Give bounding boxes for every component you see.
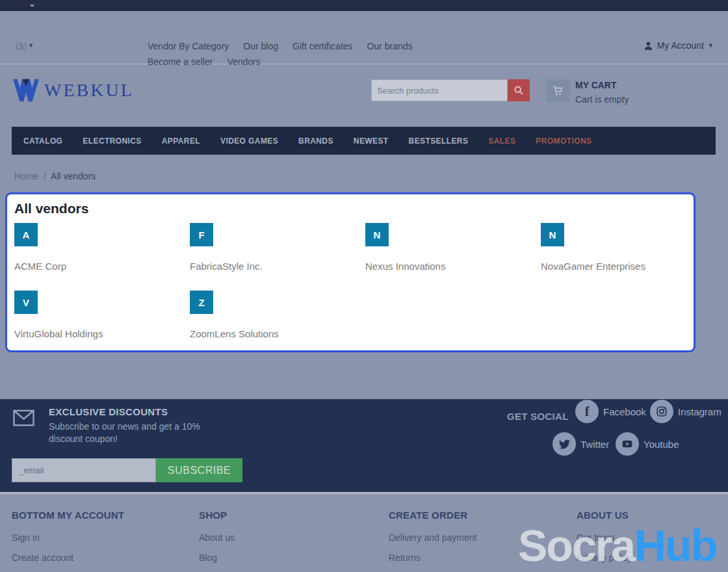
logo-text: WEBKUL — [44, 80, 134, 101]
vendor-name[interactable]: ZoomLens Solutions — [190, 328, 365, 340]
nav-item-promotions[interactable]: PROMOTIONS — [536, 136, 592, 146]
store-logo[interactable]: WEBKUL — [13, 79, 134, 102]
footer-link-returns[interactable]: Returns — [389, 552, 476, 563]
cart-icon — [552, 85, 564, 97]
social-youtube[interactable]: Youtube — [616, 432, 679, 456]
search-button[interactable] — [508, 79, 530, 101]
footer-link-sign-in[interactable]: Sign in — [12, 532, 124, 543]
webkul-logo-icon — [13, 79, 39, 102]
youtube-icon — [616, 432, 639, 456]
search-box — [371, 79, 530, 101]
main-navigation: CATALOG ELECTRONICS APPAREL VIDEO GAMES … — [12, 127, 716, 155]
footer-column-title: BOTTOM MY ACCOUNT — [12, 510, 124, 521]
footer-link-blog[interactable]: Blog — [199, 552, 235, 563]
currency-selector[interactable]: ($)▼ — [16, 41, 34, 51]
footer-links-section: BOTTOM MY ACCOUNT Sign in Create account… — [0, 494, 728, 572]
vendor-initial-tile: Z — [190, 291, 213, 314]
cart-title: MY CART — [575, 80, 629, 90]
header-top-strip: ($)▼ Vendor By CategoryOur blogGift cert… — [0, 11, 728, 64]
currency-label: ($) — [16, 41, 27, 51]
vendor-initial-tile: A — [14, 223, 38, 246]
get-social-title: GET SOCIAL — [507, 411, 569, 422]
vendor-initial-tile: V — [14, 291, 38, 314]
vendor-name[interactable]: VirtuGlobal Holdings — [14, 328, 190, 340]
cart-block: MY CART Cart is empty — [546, 79, 629, 105]
header-main: WEBKUL MY CART Cart is empty — [0, 64, 728, 127]
vendor-item-nexus-innovations[interactable]: N Nexus Innovations — [365, 223, 541, 272]
vendor-initial-tile: N — [365, 223, 389, 246]
nav-item-sales[interactable]: SALES — [488, 136, 515, 146]
breadcrumb-separator: / — [44, 171, 46, 181]
nav-item-bestsellers[interactable]: BESTSELLERS — [409, 136, 469, 146]
cart-button[interactable] — [546, 79, 570, 102]
vendor-item-fabricastyle[interactable]: F FabricaStyle Inc. — [190, 223, 365, 272]
my-account-menu[interactable]: My Account ▼ — [644, 40, 714, 51]
footer-column-shop: SHOP About us Blog — [199, 510, 235, 572]
breadcrumb-current: All vendors — [51, 171, 96, 181]
vendors-grid: A ACME Corp F FabricaStyle Inc. N Nexus … — [14, 223, 684, 340]
page-title: All vendors — [14, 201, 684, 216]
footer-column-about-us: ABOUT US Our team Privacy policy — [577, 510, 632, 572]
user-icon — [644, 41, 653, 51]
caret-down-icon: ▼ — [28, 42, 34, 49]
vendor-item-acme-corp[interactable]: A ACME Corp — [14, 223, 190, 272]
vendor-item-zoomlens[interactable]: Z ZoomLens Solutions — [190, 291, 365, 340]
link-our-blog[interactable]: Our blog — [243, 41, 278, 51]
social-label: Youtube — [644, 439, 679, 450]
envelope-icon — [12, 406, 36, 430]
subscribe-button[interactable]: SUBSCRIBE — [156, 458, 242, 482]
search-input[interactable] — [371, 79, 508, 101]
footer-column-title: CREATE ORDER — [389, 510, 476, 521]
link-gift-certificates[interactable]: Gift certificates — [292, 41, 353, 51]
cart-status: Cart is empty — [575, 94, 629, 105]
search-icon — [514, 85, 524, 96]
vendor-name[interactable]: FabricaStyle Inc. — [190, 261, 365, 272]
nav-item-apparel[interactable]: APPAREL — [162, 136, 200, 146]
link-vendor-by-category[interactable]: Vendor By Category — [148, 41, 229, 51]
newsletter-email-input[interactable] — [12, 458, 156, 482]
footer-column-title: ABOUT US — [577, 510, 632, 521]
cart-summary[interactable]: MY CART Cart is empty — [575, 79, 629, 105]
footer-newsletter-section: EXCLUSIVE DISCOUNTS Subscribe to our new… — [0, 399, 728, 494]
breadcrumb: Home / All vendors — [14, 171, 96, 181]
top-admin-bar: ⌄ — [0, 0, 728, 11]
footer-column-my-account: BOTTOM MY ACCOUNT Sign in Create account — [12, 510, 124, 572]
social-facebook[interactable]: f Facebook — [575, 400, 646, 423]
facebook-icon: f — [575, 400, 599, 423]
my-account-label: My Account — [657, 40, 704, 51]
newsletter-text: Subscribe to our news and get a 10% disc… — [49, 421, 211, 445]
social-label: Facebook — [603, 406, 646, 417]
vendor-name[interactable]: ACME Corp — [14, 261, 190, 272]
link-our-brands[interactable]: Our brands — [367, 41, 413, 51]
vendor-item-novagamer[interactable]: N NovaGamer Enterprises — [541, 223, 684, 272]
caret-down-icon: ▼ — [708, 42, 714, 49]
footer-column-title: SHOP — [199, 510, 235, 521]
social-twitter[interactable]: Twitter — [552, 432, 609, 456]
chevron-down-icon[interactable]: ⌄ — [29, 0, 36, 8]
footer-link-privacy-policy[interactable]: Privacy policy — [577, 552, 632, 563]
instagram-icon — [650, 400, 673, 423]
footer-link-about-us[interactable]: About us — [199, 532, 235, 543]
nav-item-video-games[interactable]: VIDEO GAMES — [220, 136, 278, 146]
nav-item-brands[interactable]: BRANDS — [298, 136, 333, 146]
twitter-icon — [552, 432, 576, 456]
footer-link-delivery-and-payment[interactable]: Delivery and payment — [389, 532, 476, 543]
social-label: Twitter — [580, 439, 609, 450]
newsletter-title: EXCLUSIVE DISCOUNTS — [49, 406, 168, 417]
nav-item-newest[interactable]: NEWEST — [354, 136, 389, 146]
vendor-item-virtuglobal[interactable]: V VirtuGlobal Holdings — [14, 291, 190, 340]
all-vendors-panel: All vendors A ACME Corp F FabricaStyle I… — [5, 192, 696, 352]
footer-link-our-team[interactable]: Our team — [577, 532, 632, 543]
nav-item-catalog[interactable]: CATALOG — [23, 136, 62, 146]
footer-column-create-order: CREATE ORDER Delivery and payment Return… — [389, 510, 476, 572]
vendor-initial-tile: F — [190, 223, 213, 246]
newsletter-form: SUBSCRIBE — [12, 458, 242, 482]
nav-item-electronics[interactable]: ELECTRONICS — [83, 136, 141, 146]
breadcrumb-home[interactable]: Home — [14, 171, 38, 181]
vendor-name[interactable]: Nexus Innovations — [365, 261, 541, 272]
social-instagram[interactable]: Instagram — [650, 400, 722, 423]
social-label: Instagram — [678, 406, 722, 417]
vendor-name[interactable]: NovaGamer Enterprises — [541, 261, 684, 272]
vendor-initial-tile: N — [541, 223, 564, 246]
footer-link-create-account[interactable]: Create account — [12, 552, 124, 563]
